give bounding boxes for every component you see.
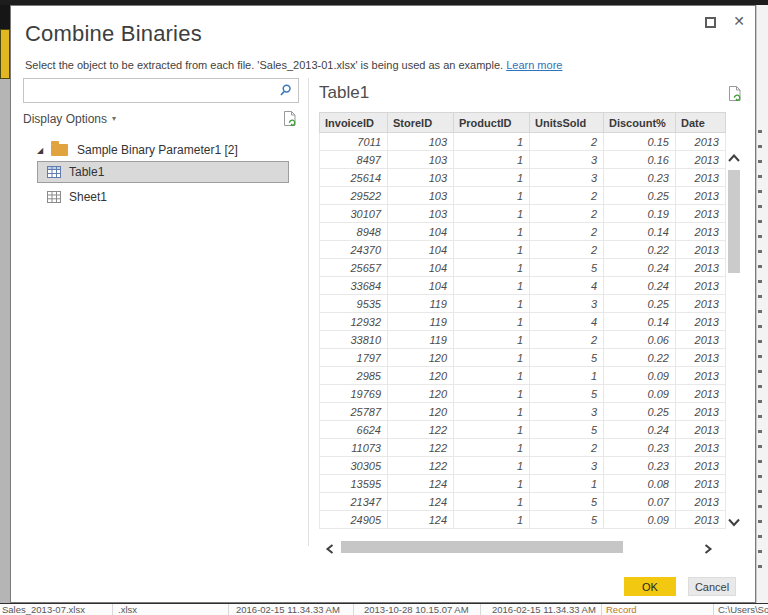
table-cell: 0.25	[604, 187, 676, 205]
tree-root-sample-binary-parameter[interactable]: ◢ Sample Binary Parameter1 [2]	[23, 139, 299, 161]
table-cell: 2013	[676, 241, 726, 259]
table-cell: 0.09	[604, 385, 676, 403]
table-cell: 0.19	[604, 205, 676, 223]
table-cell: 122	[388, 439, 454, 457]
table-cell: 3	[530, 295, 604, 313]
background-cell-extension: .xlsx	[118, 604, 137, 615]
table-cell: 2013	[676, 493, 726, 511]
table-cell: 0.09	[604, 367, 676, 385]
table-cell: 103	[388, 169, 454, 187]
table-cell: 1	[454, 277, 530, 295]
table-cell: 119	[388, 313, 454, 331]
chevron-right-icon[interactable]	[702, 541, 714, 559]
table-cell: 0.24	[604, 277, 676, 295]
table-cell: 9535	[320, 295, 388, 313]
column-header: Date	[676, 113, 726, 133]
background-column-divider	[601, 604, 602, 615]
chevron-up-icon[interactable]	[726, 150, 742, 168]
search-input[interactable]	[24, 79, 272, 102]
navigator-pane: Display Options▾ ◢ Sample Binary Paramet…	[23, 78, 299, 208]
background-cell-filename: Sales_2013-07.xlsx	[2, 604, 85, 615]
table-cell: 124	[388, 493, 454, 511]
maximize-icon[interactable]	[705, 17, 716, 28]
table-cell: 5	[530, 259, 604, 277]
refresh-preview-icon[interactable]	[728, 85, 742, 102]
table-cell: 30305	[320, 457, 388, 475]
table-row: 6624122150.242013	[320, 421, 726, 439]
table-cell: 5	[530, 349, 604, 367]
table-cell: 103	[388, 205, 454, 223]
table-cell: 24370	[320, 241, 388, 259]
table-cell: 24905	[320, 511, 388, 529]
table-cell: 1	[454, 205, 530, 223]
display-options-dropdown[interactable]: Display Options▾	[23, 108, 299, 130]
table-icon	[47, 166, 61, 178]
chevron-left-icon[interactable]	[324, 541, 336, 559]
vertical-scrollbar-thumb[interactable]	[728, 170, 740, 273]
table-cell: 0.08	[604, 475, 676, 493]
table-cell: 2013	[676, 187, 726, 205]
table-cell: 103	[388, 187, 454, 205]
cancel-button[interactable]: Cancel	[688, 577, 736, 596]
table-cell: 21347	[320, 493, 388, 511]
column-header: Discount%	[604, 113, 676, 133]
table-cell: 2013	[676, 133, 726, 151]
column-header: InvoiceID	[320, 113, 388, 133]
horizontal-scrollbar-thumb[interactable]	[341, 541, 623, 553]
table-cell: 30107	[320, 205, 388, 223]
horizontal-scrollbar[interactable]	[319, 539, 725, 555]
column-header: StoreID	[388, 113, 454, 133]
search-icon[interactable]	[278, 83, 293, 102]
table-cell: 25614	[320, 169, 388, 187]
table-row: 13595124110.082013	[320, 475, 726, 493]
dialog-title: Combine Binaries	[25, 21, 202, 47]
table-cell: 0.24	[604, 259, 676, 277]
table-row: 8948104120.142013	[320, 223, 726, 241]
table-cell: 0.25	[604, 295, 676, 313]
ok-button[interactable]: OK	[624, 577, 676, 596]
vertical-scrollbar[interactable]	[725, 150, 743, 532]
background-column-divider	[228, 604, 229, 615]
expand-triangle-icon[interactable]: ◢	[37, 146, 51, 155]
table-cell: 2013	[676, 367, 726, 385]
table-row: 30107103120.192013	[320, 205, 726, 223]
chevron-down-icon[interactable]	[726, 514, 742, 532]
display-options-label: Display Options	[23, 112, 107, 126]
table-cell: 0.23	[604, 457, 676, 475]
column-header: UnitsSold	[530, 113, 604, 133]
table-cell: 1	[454, 169, 530, 187]
table-row: 24370104120.222013	[320, 241, 726, 259]
tree-item-sheet1[interactable]: Sheet1	[37, 186, 289, 208]
table-cell: 1	[530, 367, 604, 385]
table-cell: 0.22	[604, 349, 676, 367]
table-cell: 1	[454, 493, 530, 511]
table-row: 30305122130.232013	[320, 457, 726, 475]
learn-more-link[interactable]: Learn more	[506, 59, 562, 71]
tree-item-table1[interactable]: Table1	[37, 161, 289, 183]
table-cell: 2013	[676, 223, 726, 241]
table-cell: 8948	[320, 223, 388, 241]
table-cell: 6624	[320, 421, 388, 439]
table-cell: 33810	[320, 331, 388, 349]
table-row: 19769120150.092013	[320, 385, 726, 403]
column-header: ProductID	[454, 113, 530, 133]
table-cell: 7011	[320, 133, 388, 151]
table-cell: 2985	[320, 367, 388, 385]
table-cell: 2013	[676, 385, 726, 403]
table-cell: 2013	[676, 439, 726, 457]
table-row: 2985120110.092013	[320, 367, 726, 385]
table-cell: 0.15	[604, 133, 676, 151]
table-cell: 3	[530, 151, 604, 169]
table-cell: 104	[388, 223, 454, 241]
table-cell: 2013	[676, 259, 726, 277]
table-cell: 120	[388, 367, 454, 385]
table-cell: 2	[530, 205, 604, 223]
close-icon[interactable]: ✕	[733, 11, 745, 31]
sheet-icon	[47, 191, 61, 203]
table-cell: 120	[388, 385, 454, 403]
refresh-preview-icon[interactable]	[283, 110, 297, 127]
background-app-logo-fragment	[0, 29, 10, 79]
table-cell: 5	[530, 493, 604, 511]
table-cell: 124	[388, 511, 454, 529]
table-cell: 3	[530, 403, 604, 421]
